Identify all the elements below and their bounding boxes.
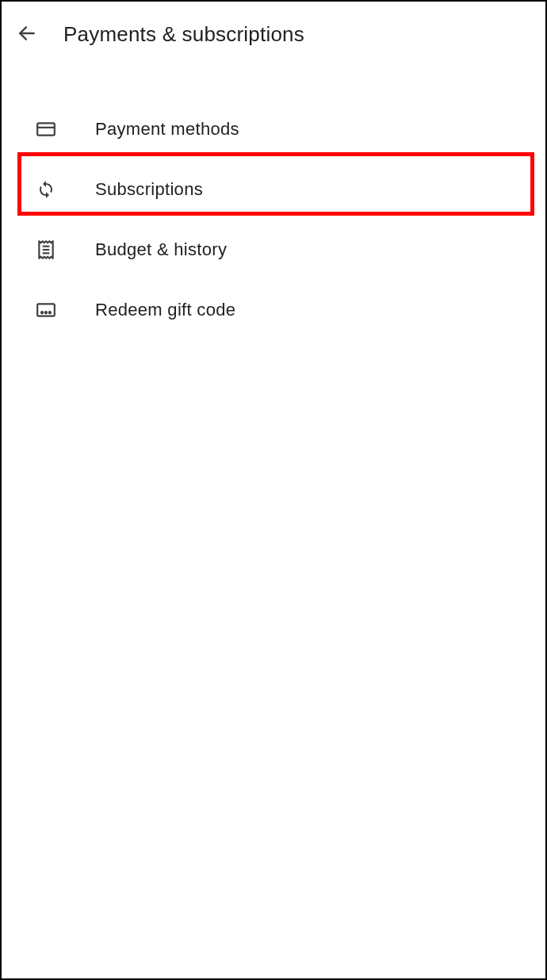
- menu-item-subscriptions[interactable]: Subscriptions: [2, 159, 545, 220]
- gift-card-icon: [35, 299, 57, 321]
- svg-rect-1: [37, 123, 55, 135]
- receipt-icon: [35, 239, 57, 261]
- arrow-left-icon: [17, 23, 37, 46]
- menu-item-label: Redeem gift code: [95, 300, 235, 320]
- menu-item-payment-methods[interactable]: Payment methods: [2, 99, 545, 159]
- svg-point-7: [41, 312, 43, 313]
- credit-card-icon: [35, 118, 57, 140]
- back-button[interactable]: [16, 24, 38, 46]
- menu-item-budget-history[interactable]: Budget & history: [2, 220, 545, 280]
- svg-point-9: [49, 312, 51, 313]
- menu-item-label: Payment methods: [95, 119, 239, 140]
- app-header: Payments & subscriptions: [2, 2, 545, 67]
- menu-item-label: Subscriptions: [95, 179, 203, 200]
- menu-item-redeem-gift-code[interactable]: Redeem gift code: [2, 280, 545, 340]
- page-title: Payments & subscriptions: [63, 22, 304, 47]
- menu-item-label: Budget & history: [95, 239, 227, 260]
- svg-point-8: [45, 312, 47, 313]
- menu-list: Payment methods Subscriptions Budget & h…: [2, 67, 545, 340]
- sync-icon: [35, 178, 57, 201]
